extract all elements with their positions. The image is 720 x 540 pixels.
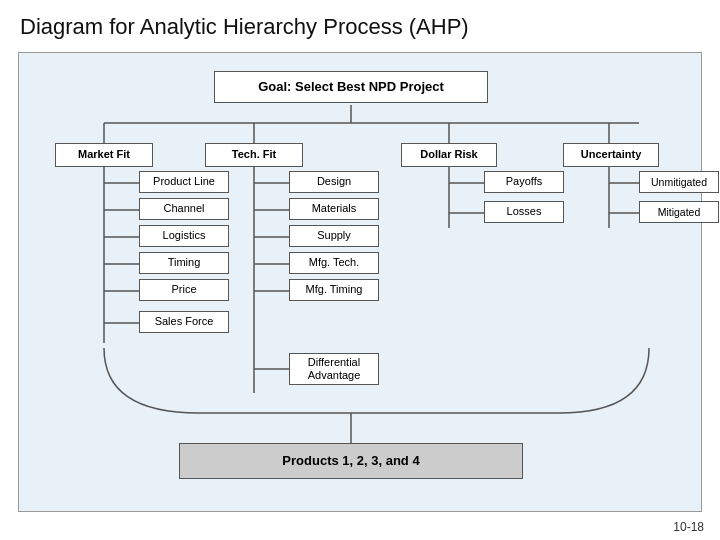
logistics-box: Logistics <box>139 225 229 247</box>
product-line-box: Product Line <box>139 171 229 193</box>
mfg-timing-box: Mfg. Timing <box>289 279 379 301</box>
payoffs-box: Payoffs <box>484 171 564 193</box>
timing-box: Timing <box>139 252 229 274</box>
differential-advantage-box: Differential Advantage <box>289 353 379 385</box>
page-number: 10-18 <box>673 520 704 534</box>
diagram-container: Goal: Select Best NPD Project Market Fit… <box>18 52 702 512</box>
page-title: Diagram for Analytic Hierarchy Process (… <box>0 0 720 48</box>
losses-box: Losses <box>484 201 564 223</box>
materials-box: Materials <box>289 198 379 220</box>
channel-box: Channel <box>139 198 229 220</box>
dollar-risk-box: Dollar Risk <box>401 143 497 167</box>
uncertainty-box: Uncertainty <box>563 143 659 167</box>
price-box: Price <box>139 279 229 301</box>
mfg-tech-box: Mfg. Tech. <box>289 252 379 274</box>
goal-box: Goal: Select Best NPD Project <box>214 71 488 103</box>
design-box: Design <box>289 171 379 193</box>
unmitigated-box: Unmitigated <box>639 171 719 193</box>
sales-force-box: Sales Force <box>139 311 229 333</box>
supply-box: Supply <box>289 225 379 247</box>
products-box: Products 1, 2, 3, and 4 <box>179 443 523 479</box>
market-fit-box: Market Fit <box>55 143 153 167</box>
mitigated-box: Mitigated <box>639 201 719 223</box>
tech-fit-box: Tech. Fit <box>205 143 303 167</box>
